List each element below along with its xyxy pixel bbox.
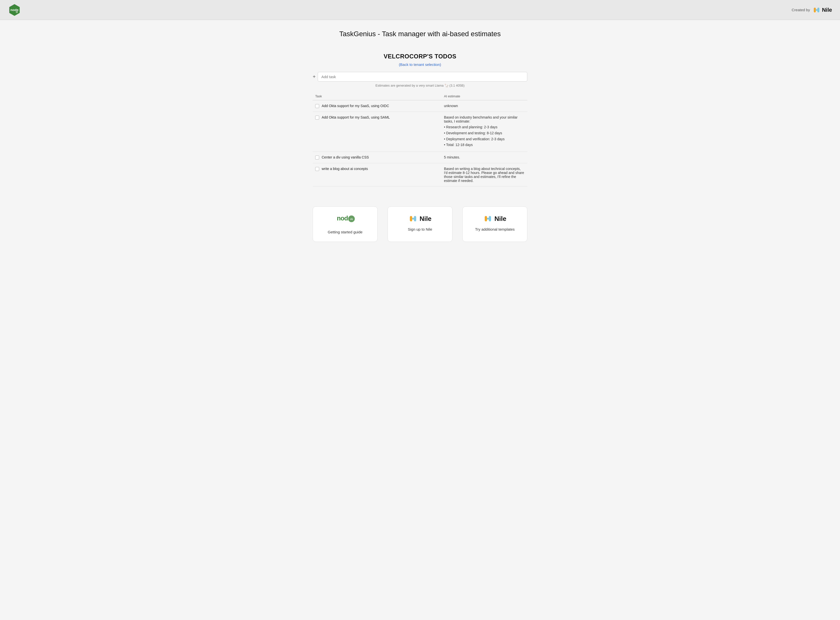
svg-text:JS: JS <box>16 11 18 12</box>
main-content: TaskGenius - Task manager with ai-based … <box>0 20 840 620</box>
task-text: Center a div using vanilla CSS <box>322 155 369 159</box>
created-by-label: Created by <box>792 8 810 12</box>
svg-rect-11 <box>410 216 412 221</box>
svg-rect-12 <box>414 216 416 221</box>
card-nile-signup[interactable]: Nile Sign up to Nile <box>388 206 452 242</box>
task-checkbox[interactable] <box>315 104 319 108</box>
estimate-item: Deployment and verification: 2-3 days <box>444 136 525 142</box>
page-header: node JS Created by Nile <box>0 0 840 20</box>
task-checkbox[interactable] <box>315 116 319 120</box>
svg-rect-14 <box>485 216 487 221</box>
header-right: Created by Nile <box>792 6 832 14</box>
estimate-item: Research and planning: 2-3 days <box>444 124 525 130</box>
table-row: write a blog about ai concepts Based on … <box>313 163 527 187</box>
svg-rect-16 <box>487 218 489 220</box>
todo-container: VELCROCORP'S TODOS (Back to tenant selec… <box>313 53 527 187</box>
ai-note: Estimates are generated by a very smart … <box>313 84 527 87</box>
task-cell: write a blog about ai concepts <box>313 163 442 187</box>
task-text: Add Okta support for my SaaS, using SAML <box>322 115 390 119</box>
page-title: TaskGenius - Task manager with ai-based … <box>5 30 835 38</box>
nile-signup-label: Sign up to Nile <box>408 227 432 232</box>
nile-header-logo: Nile <box>813 6 832 14</box>
nodejs-logo: node JS <box>8 3 21 17</box>
task-cell: Center a div using vanilla CSS <box>313 152 442 163</box>
table-row: Add Okta support for my SaaS, using SAML… <box>313 112 527 152</box>
nile-templates-label: Try additional templates <box>475 227 515 232</box>
estimate-item: Total: 12-18 days <box>444 142 525 148</box>
svg-rect-7 <box>816 9 817 11</box>
nile-templates-logo: Nile <box>483 214 506 223</box>
add-task-row: + <box>313 72 527 81</box>
table-row: Center a div using vanilla CSS 5 minutes… <box>313 152 527 163</box>
add-task-plus-icon[interactable]: + <box>313 74 316 80</box>
estimate-cell: Based on writing a blog about technical … <box>442 163 527 187</box>
nile-signup-wordmark: Nile <box>419 215 431 223</box>
task-column-header: Task <box>313 92 442 100</box>
svg-rect-6 <box>817 8 819 12</box>
estimate-cell: 5 minutes. <box>442 152 527 163</box>
add-task-input[interactable] <box>318 72 527 81</box>
task-checkbox[interactable] <box>315 155 319 160</box>
card-nile-templates[interactable]: Nile Try additional templates <box>463 206 527 242</box>
task-cell: Add Okta support for my SaaS, using OIDC <box>313 100 442 112</box>
bottom-cards: node JS Getting started guide Nile Sign … <box>5 206 835 242</box>
nile-signup-logo: Nile <box>409 214 431 223</box>
estimate-intro: Based on industry benchmarks and your si… <box>444 115 518 123</box>
nile-wordmark: Nile <box>822 7 832 13</box>
estimate-text: unknown <box>444 104 458 108</box>
svg-rect-15 <box>489 216 491 221</box>
nodejs-card-label: Getting started guide <box>328 230 362 234</box>
task-text: write a blog about ai concepts <box>322 167 368 171</box>
svg-text:JS: JS <box>350 218 353 220</box>
table-row: Add Okta support for my SaaS, using OIDC… <box>313 100 527 112</box>
svg-rect-5 <box>813 8 816 12</box>
estimate-cell: unknown <box>442 100 527 112</box>
card-nodejs[interactable]: node JS Getting started guide <box>313 206 377 242</box>
estimate-cell: Based on industry benchmarks and your si… <box>442 112 527 152</box>
estimate-item: Development and testing: 8-12 days <box>444 130 525 136</box>
tenant-title: VELCROCORP'S TODOS <box>313 53 527 60</box>
task-text: Add Okta support for my SaaS, using OIDC <box>322 104 389 108</box>
task-cell: Add Okta support for my SaaS, using SAML <box>313 112 442 152</box>
task-table: Task AI estimate Add Okta support for my… <box>313 92 527 187</box>
back-link-container[interactable]: (Back to tenant selection) <box>313 62 527 67</box>
svg-rect-13 <box>412 218 414 220</box>
back-to-tenant-link[interactable]: (Back to tenant selection) <box>399 62 441 67</box>
header-logo: node JS <box>8 3 21 17</box>
estimate-text: Based on writing a blog about technical … <box>444 167 524 183</box>
ai-estimate-column-header: AI estimate <box>442 92 527 100</box>
nile-templates-wordmark: Nile <box>494 215 506 223</box>
task-checkbox[interactable] <box>315 167 319 171</box>
estimate-text: 5 minutes. <box>444 155 460 159</box>
